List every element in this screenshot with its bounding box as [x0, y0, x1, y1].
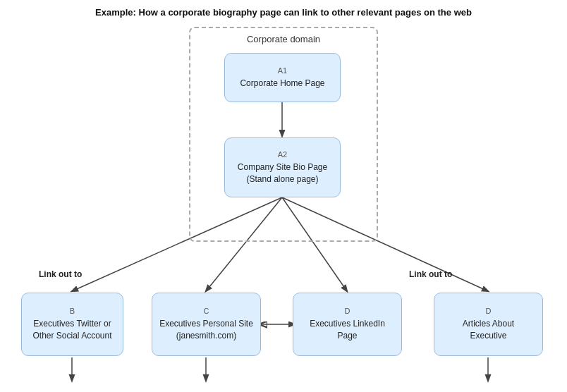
node-c: C Executives Personal Site(janesmith.com…	[152, 293, 261, 356]
node-c-text: Executives Personal Site(janesmith.com)	[159, 318, 253, 342]
node-c-id: C	[204, 307, 209, 315]
node-b-text: Executives Twitter orOther Social Accoun…	[32, 318, 111, 342]
node-a1: A1 Corporate Home Page	[224, 53, 341, 102]
node-a1-text: Corporate Home Page	[240, 78, 324, 90]
node-d1-id: D	[345, 307, 350, 315]
node-a1-id: A1	[278, 66, 287, 75]
node-a2: A2 Company Site Bio Page(Stand alone pag…	[224, 137, 341, 197]
node-d1: D Executives LinkedInPage	[293, 293, 402, 356]
node-d2-text: Articles AboutExecutive	[463, 318, 514, 342]
domain-label: Corporate domain	[190, 34, 377, 44]
page-title: Example: How a corporate biography page …	[0, 0, 567, 18]
node-d1-text: Executives LinkedInPage	[310, 318, 385, 342]
link-label-left: Link out to	[39, 269, 82, 279]
node-b: B Executives Twitter orOther Social Acco…	[21, 293, 123, 356]
node-a2-id: A2	[278, 150, 287, 159]
node-d2-id: D	[486, 307, 492, 315]
node-b-id: B	[70, 307, 75, 315]
link-label-right: Link out to	[409, 269, 452, 279]
node-d2: D Articles AboutExecutive	[434, 293, 543, 356]
diagram-container: Example: How a corporate biography page …	[0, 0, 567, 392]
node-a2-text: Company Site Bio Page(Stand alone page)	[238, 161, 327, 185]
